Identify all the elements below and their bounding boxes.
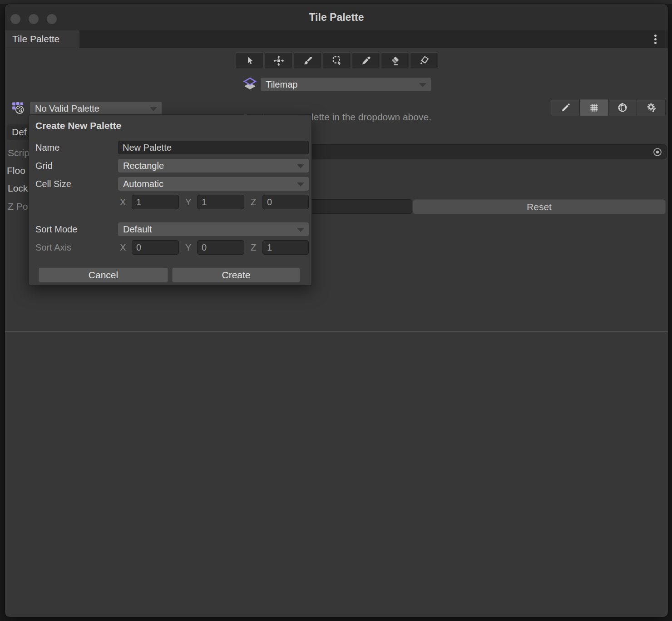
sort-x-label: X — [120, 240, 126, 255]
cursor-icon — [244, 55, 255, 66]
sort-z-label: Z — [251, 240, 256, 255]
cell-size-label: Cell Size — [35, 177, 71, 191]
sort-mode-dropdown[interactable]: Default — [118, 222, 309, 236]
pane-divider[interactable] — [5, 331, 668, 332]
kebab-dot — [654, 42, 657, 44]
tilemap-dropdown[interactable]: Tilemap — [261, 78, 431, 91]
move-icon — [273, 55, 285, 67]
lock-label: Lock — [8, 183, 28, 194]
reset-button[interactable]: Reset — [413, 199, 666, 214]
cell-size-dropdown-value: Automatic — [123, 179, 163, 189]
kebab-dot — [654, 38, 657, 40]
tilemap-layers-icon — [243, 77, 257, 90]
sort-mode-label: Sort Mode — [35, 222, 77, 236]
paint-bucket-icon — [419, 55, 430, 66]
z-position-label: Z Po — [8, 201, 28, 212]
create-button[interactable]: Create — [172, 268, 300, 282]
dialog-title: Create New Palette — [35, 120, 121, 131]
grid-dropdown[interactable]: Rectangle — [118, 159, 309, 172]
cell-y-input[interactable] — [197, 195, 244, 209]
sort-x-input[interactable] — [132, 240, 179, 255]
cell-x-input[interactable] — [132, 195, 179, 209]
cell-y-label: Y — [185, 195, 191, 209]
cancel-button[interactable]: Cancel — [39, 268, 168, 282]
tilemap-dropdown-value: Tilemap — [266, 79, 297, 89]
box-select-icon — [331, 55, 343, 66]
window-menu-button[interactable] — [650, 34, 661, 44]
sort-axis-label: Sort Axis — [35, 241, 71, 254]
sort-z-input[interactable] — [262, 240, 309, 255]
titlebar[interactable]: Tile Palette — [5, 4, 668, 30]
cell-z-label: Z — [251, 195, 256, 209]
tab-tile-palette[interactable]: Tile Palette — [5, 30, 79, 48]
box-fill-tool-button[interactable] — [323, 52, 351, 69]
flood-fill-tool-button[interactable] — [410, 52, 438, 69]
palette-name-input[interactable] — [118, 141, 309, 154]
object-picker-icon[interactable] — [652, 147, 663, 158]
floor-label: Floo — [7, 165, 25, 176]
create-new-palette-dialog: Create New Palette Name Grid Rectangle C… — [29, 114, 312, 286]
cell-x-label: X — [120, 195, 126, 209]
name-label: Name — [35, 141, 59, 154]
cell-size-dropdown[interactable]: Automatic — [118, 177, 309, 191]
tile-tools-toolbar — [236, 52, 438, 69]
cell-z-input[interactable] — [262, 195, 309, 209]
tab-strip: Tile Palette — [5, 30, 668, 48]
tile-palette-window: Tile Palette Tile Palette — [5, 4, 668, 617]
sort-mode-dropdown-value: Default — [123, 224, 152, 234]
content-area: Tilemap No Valid Palette — [5, 48, 668, 617]
eraser-icon — [390, 55, 400, 66]
grid-label: Grid — [35, 159, 53, 172]
sort-y-input[interactable] — [197, 240, 244, 255]
brush-icon — [302, 55, 313, 66]
select-tool-button[interactable] — [236, 52, 264, 69]
kebab-dot — [654, 34, 657, 37]
tab-label: Tile Palette — [12, 34, 59, 44]
paint-brush-tool-button[interactable] — [294, 52, 322, 69]
tile-picker-tool-button[interactable] — [352, 52, 380, 69]
grid-dropdown-value: Rectangle — [123, 161, 164, 171]
eraser-tool-button[interactable] — [381, 52, 409, 69]
script-label: Scrip — [8, 148, 30, 158]
move-tool-button[interactable] — [265, 52, 293, 69]
eyedropper-icon — [361, 55, 371, 66]
window-title: Tile Palette — [5, 4, 668, 30]
sort-y-label: Y — [185, 240, 191, 255]
